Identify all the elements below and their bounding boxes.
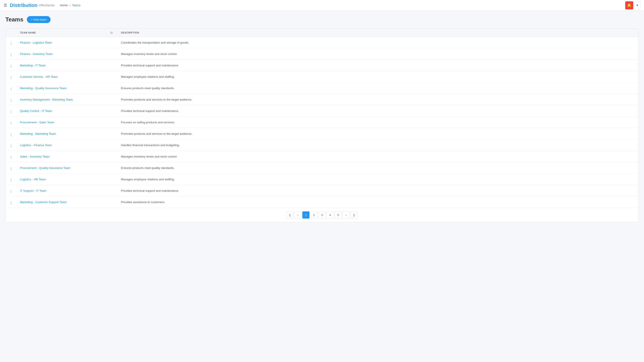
row-name-cell: IT Support - IT Team	[16, 185, 118, 196]
team-name-link[interactable]: Marketing - Marketing Team	[20, 132, 56, 135]
row-menu-icon[interactable]	[11, 88, 12, 90]
row-actions-cell	[6, 37, 16, 48]
row-actions-cell	[6, 196, 16, 208]
row-description-cell: Manages employee relations and staffing.	[118, 174, 638, 185]
row-menu-icon[interactable]	[11, 202, 12, 204]
dropdown-arrow-button[interactable]: ▼	[634, 1, 640, 9]
pagination-page-4[interactable]: 4	[326, 211, 334, 219]
team-name-link[interactable]: Marketing - IT Team	[20, 64, 46, 67]
row-actions-cell	[6, 71, 16, 82]
brand-name: Distribution	[10, 2, 37, 8]
table-header-row: TEAM NAME ⊟ DESCRIPTION	[6, 28, 638, 37]
row-actions-cell	[6, 117, 16, 128]
team-name-link[interactable]: Marketing - Customer Support Team	[20, 200, 67, 204]
row-actions-cell	[6, 139, 16, 151]
team-name-link[interactable]: Finance - Logistics Team	[20, 41, 52, 44]
new-team-button[interactable]: + New team	[27, 16, 50, 23]
table-row: IT Support - IT Team Provides technical …	[6, 185, 638, 196]
team-name-link[interactable]: Customer Service - HR Team	[20, 75, 58, 78]
row-name-cell: Marketing - Customer Support Team	[16, 196, 118, 208]
teams-table-container: TEAM NAME ⊟ DESCRIPTION Finance -	[5, 28, 639, 222]
hamburger-icon[interactable]: ☰	[4, 3, 7, 8]
row-actions-cell	[6, 151, 16, 162]
row-name-cell: Customer Service - HR Team	[16, 71, 118, 82]
team-name-link[interactable]: Quality Control - IT Team	[20, 109, 52, 113]
row-actions-cell	[6, 174, 16, 185]
breadcrumb-current: Teams	[72, 3, 80, 7]
table-row: Finance - Inventory Team Manages invento…	[6, 48, 638, 60]
row-name-cell: Marketing - Quality Assurance Team	[16, 82, 118, 94]
row-menu-icon[interactable]	[11, 145, 12, 147]
table-body: Finance - Logistics Team Coordinates the…	[6, 37, 638, 208]
row-description-cell: Coordinates the transportation and stora…	[118, 37, 638, 48]
row-menu-icon[interactable]	[11, 99, 12, 102]
team-name-link[interactable]: IT Support - IT Team	[20, 189, 46, 192]
row-menu-icon[interactable]	[11, 76, 12, 79]
row-name-cell: Procurement - Quality Assurance Team	[16, 162, 118, 174]
pagination-page-1[interactable]: 1	[302, 211, 310, 219]
col-header-filter[interactable]: ⊟	[110, 28, 118, 37]
team-name-link[interactable]: Sales - Inventory Team	[20, 155, 50, 158]
pagination: ⟨| ‹ 1 2 3 4 5 › |⟩	[6, 208, 638, 222]
team-name-link[interactable]: Logistics - HR Team	[20, 178, 46, 181]
team-name-link[interactable]: Logistics - Finance Team	[20, 143, 52, 147]
row-name-cell: Inventory Management - Marketing Team	[16, 94, 118, 105]
pagination-first[interactable]: ⟨|	[286, 211, 294, 219]
row-menu-icon[interactable]	[11, 53, 12, 56]
row-description-cell: Ensures products meet quality standards.	[118, 82, 638, 94]
breadcrumb: Home » Teams	[60, 3, 80, 7]
team-name-link[interactable]: Finance - Inventory Team	[20, 52, 52, 56]
pagination-page-5[interactable]: 5	[334, 211, 342, 219]
team-name-link[interactable]: Procurement - Quality Assurance Team	[20, 166, 70, 170]
row-description-cell: Provides assistance to customers.	[118, 196, 638, 208]
row-description-cell: Handles financial transactions and budge…	[118, 139, 638, 151]
row-name-cell: Quality Control - IT Team	[16, 105, 118, 117]
pagination-page-2[interactable]: 2	[310, 211, 318, 219]
row-menu-icon[interactable]	[11, 156, 12, 159]
row-menu-icon[interactable]	[11, 110, 12, 113]
table-row: Logistics - HR Team Manages employee rel…	[6, 174, 638, 185]
row-description-cell: Focuses on selling products and services…	[118, 117, 638, 128]
navbar: ☰ Distribution OfficeSeries Home » Teams…	[0, 0, 644, 11]
row-menu-icon[interactable]	[11, 122, 12, 125]
row-name-cell: Finance - Logistics Team	[16, 37, 118, 48]
table-row: Logistics - Finance Team Handles financi…	[6, 139, 638, 151]
bell-icon: 🔔	[627, 3, 632, 7]
row-description-cell: Manages inventory levels and stock contr…	[118, 48, 638, 60]
row-name-cell: Sales - Inventory Team	[16, 151, 118, 162]
notification-button[interactable]: 🔔	[625, 1, 633, 9]
pagination-next[interactable]: ›	[342, 211, 350, 219]
row-actions-cell	[6, 94, 16, 105]
breadcrumb-home[interactable]: Home	[60, 3, 68, 7]
row-menu-icon[interactable]	[11, 133, 12, 136]
col-header-actions	[6, 28, 16, 37]
table-row: Marketing - Marketing Team Promotes prod…	[6, 128, 638, 139]
pagination-page-3[interactable]: 3	[318, 211, 326, 219]
row-actions-cell	[6, 128, 16, 139]
page-header: Teams + New team	[5, 16, 639, 23]
row-description-cell: Promotes products and services to the ta…	[118, 128, 638, 139]
pagination-prev[interactable]: ‹	[294, 211, 302, 219]
row-description-cell: Manages inventory levels and stock contr…	[118, 151, 638, 162]
col-header-name: TEAM NAME	[16, 28, 110, 37]
table-row: Inventory Management - Marketing Team Pr…	[6, 94, 638, 105]
team-name-link[interactable]: Procurement - Sales Team	[20, 121, 54, 124]
table-row: Quality Control - IT Team Provides techn…	[6, 105, 638, 117]
row-menu-icon[interactable]	[11, 190, 12, 193]
page-content: Teams + New team TEAM NAME ⊟ DESCRIPTION	[0, 11, 644, 228]
row-description-cell: Manages employee relations and staffing.	[118, 71, 638, 82]
row-menu-icon[interactable]	[11, 65, 12, 68]
app-name: OfficeSeries	[39, 3, 54, 7]
row-menu-icon[interactable]	[11, 167, 12, 170]
filter-icon[interactable]: ⊟	[110, 31, 113, 34]
row-description-cell: Provides technical support and maintenan…	[118, 185, 638, 196]
table-row: Finance - Logistics Team Coordinates the…	[6, 37, 638, 48]
team-name-link[interactable]: Inventory Management - Marketing Team	[20, 98, 73, 101]
pagination-last[interactable]: |⟩	[350, 211, 358, 219]
team-name-link[interactable]: Marketing - Quality Assurance Team	[20, 86, 67, 90]
table-row: Marketing - IT Team Provides technical s…	[6, 60, 638, 71]
teams-table: TEAM NAME ⊟ DESCRIPTION Finance -	[6, 28, 638, 208]
row-menu-icon[interactable]	[11, 42, 12, 45]
row-menu-icon[interactable]	[11, 179, 12, 182]
row-actions-cell	[6, 162, 16, 174]
